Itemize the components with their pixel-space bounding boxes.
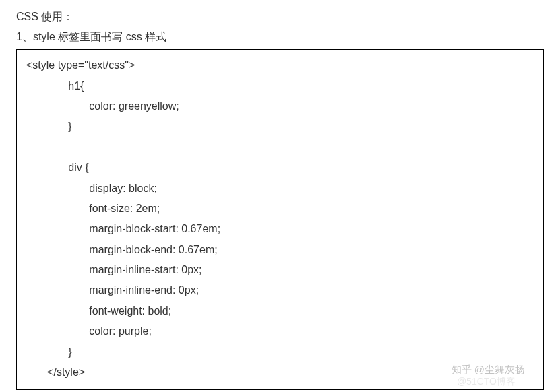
section-heading: CSS 使用： — [16, 8, 544, 26]
code-line: margin-block-start: 0.67em; — [26, 223, 220, 234]
code-line: color: purple; — [26, 325, 152, 337]
code-line: } — [26, 121, 72, 132]
code-line: <style type="text/css"> — [26, 59, 135, 71]
code-line: } — [26, 346, 72, 358]
code-line: color: greenyellow; — [26, 100, 179, 112]
code-line: margin-inline-end: 0px; — [26, 284, 199, 296]
code-line: display: block; — [26, 183, 157, 194]
code-line: font-weight: bold; — [26, 305, 171, 317]
code-line: div { — [26, 162, 88, 173]
code-block: <style type="text/css"> h1{ color: green… — [16, 49, 544, 390]
code-line: font-size: 2em; — [26, 203, 160, 214]
code-line: h1{ — [26, 80, 84, 92]
code-line: </style> — [26, 366, 85, 378]
section-subheading: 1、style 标签里面书写 css 样式 — [16, 28, 544, 46]
code-line: margin-block-end: 0.67em; — [26, 244, 218, 255]
code-line: margin-inline-start: 0px; — [26, 264, 202, 275]
